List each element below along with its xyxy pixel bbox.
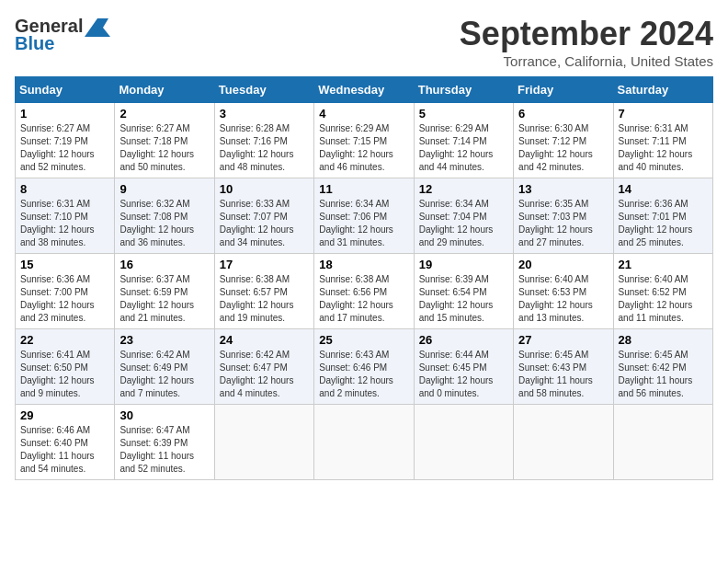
day-number: 5 [419,107,508,121]
day-number: 18 [319,258,408,271]
daylight-info: Daylight: 12 hours and 9 minutes. [20,375,95,398]
sunset-info: Sunset: 6:57 PM [220,287,288,297]
calendar-cell [514,405,613,480]
calendar-cell: 25 Sunrise: 6:43 AM Sunset: 6:46 PM Dayl… [314,329,414,405]
sunrise-info: Sunrise: 6:45 AM [518,350,588,360]
sunset-info: Sunset: 7:03 PM [518,212,586,222]
day-number: 7 [619,107,708,121]
sunset-info: Sunset: 7:16 PM [220,136,288,146]
calendar-cell: 17 Sunrise: 6:38 AM Sunset: 6:57 PM Dayl… [214,254,313,329]
sunset-info: Sunset: 6:54 PM [419,287,487,297]
sunset-info: Sunset: 6:39 PM [119,438,188,448]
calendar-cell: 29 Sunrise: 6:46 AM Sunset: 6:40 PM Dayl… [16,405,115,480]
calendar-cell: 23 Sunrise: 6:42 AM Sunset: 6:49 PM Dayl… [115,329,214,405]
day-number: 6 [518,107,608,121]
calendar-cell: 21 Sunrise: 6:40 AM Sunset: 6:52 PM Dayl… [613,254,712,329]
sunrise-info: Sunrise: 6:42 AM [119,350,189,360]
calendar-week-row: 8 Sunrise: 6:31 AM Sunset: 7:10 PM Dayli… [16,178,713,254]
sunset-info: Sunset: 6:42 PM [619,362,687,373]
calendar-header-friday: Friday [514,77,613,103]
sunset-info: Sunset: 6:46 PM [319,362,387,373]
daylight-info: Daylight: 12 hours and 44 minutes. [419,149,494,172]
calendar-cell [214,405,313,480]
sunrise-info: Sunrise: 6:37 AM [119,274,189,284]
day-number: 12 [419,182,508,196]
daylight-info: Daylight: 12 hours and 34 minutes. [220,224,294,247]
calendar-header-row: SundayMondayTuesdayWednesdayThursdayFrid… [16,77,713,103]
day-number: 24 [220,333,309,347]
svg-marker-0 [85,18,110,37]
sunset-info: Sunset: 7:19 PM [20,136,88,146]
calendar-cell: 14 Sunrise: 6:36 AM Sunset: 7:01 PM Dayl… [613,178,712,254]
daylight-info: Daylight: 12 hours and 19 minutes. [220,300,294,323]
sunset-info: Sunset: 6:56 PM [319,287,387,297]
daylight-info: Daylight: 12 hours and 31 minutes. [319,224,393,247]
daylight-info: Daylight: 12 hours and 36 minutes. [119,224,194,247]
daylight-info: Daylight: 12 hours and 50 minutes. [119,149,194,172]
calendar-cell: 30 Sunrise: 6:47 AM Sunset: 6:39 PM Dayl… [115,405,214,480]
sunrise-info: Sunrise: 6:43 AM [319,350,389,360]
day-number: 2 [119,107,209,121]
calendar-week-row: 22 Sunrise: 6:41 AM Sunset: 6:50 PM Dayl… [16,329,713,405]
day-number: 22 [20,333,109,347]
daylight-info: Daylight: 12 hours and 7 minutes. [119,375,194,398]
day-number: 16 [119,258,209,271]
sunrise-info: Sunrise: 6:34 AM [419,199,489,209]
daylight-info: Daylight: 12 hours and 23 minutes. [20,300,95,323]
sunrise-info: Sunrise: 6:32 AM [119,199,189,209]
calendar-cell: 2 Sunrise: 6:27 AM Sunset: 7:18 PM Dayli… [115,103,214,178]
sunrise-info: Sunrise: 6:46 AM [20,425,90,435]
sunset-info: Sunset: 6:45 PM [419,362,487,373]
calendar-week-row: 29 Sunrise: 6:46 AM Sunset: 6:40 PM Dayl… [16,405,713,480]
day-number: 14 [619,182,708,196]
daylight-info: Daylight: 12 hours and 48 minutes. [220,149,294,172]
daylight-info: Daylight: 12 hours and 15 minutes. [419,300,494,323]
page-header: General Blue September 2024 Torrance, Ca… [15,15,713,69]
daylight-info: Daylight: 11 hours and 54 minutes. [20,451,95,474]
sunrise-info: Sunrise: 6:33 AM [220,199,290,209]
sunset-info: Sunset: 6:49 PM [119,362,188,373]
day-number: 4 [319,107,408,121]
calendar-cell: 18 Sunrise: 6:38 AM Sunset: 6:56 PM Dayl… [314,254,414,329]
calendar-cell: 13 Sunrise: 6:35 AM Sunset: 7:03 PM Dayl… [514,178,613,254]
day-number: 19 [419,258,508,271]
calendar-cell [314,405,414,480]
calendar-table: SundayMondayTuesdayWednesdayThursdayFrid… [15,76,713,480]
sunset-info: Sunset: 7:12 PM [518,136,586,146]
sunrise-info: Sunrise: 6:40 AM [518,274,588,284]
day-number: 23 [119,333,209,347]
sunset-info: Sunset: 7:11 PM [619,136,687,146]
daylight-info: Daylight: 11 hours and 56 minutes. [619,375,693,398]
sunset-info: Sunset: 6:40 PM [20,438,88,448]
sunrise-info: Sunrise: 6:42 AM [220,350,290,360]
sunrise-info: Sunrise: 6:27 AM [20,123,90,133]
calendar-cell: 6 Sunrise: 6:30 AM Sunset: 7:12 PM Dayli… [514,103,613,178]
calendar-header-monday: Monday [115,77,214,103]
sunrise-info: Sunrise: 6:39 AM [419,274,489,284]
day-number: 8 [20,182,109,196]
sunrise-info: Sunrise: 6:41 AM [20,350,90,360]
calendar-cell: 26 Sunrise: 6:44 AM Sunset: 6:45 PM Dayl… [414,329,513,405]
sunrise-info: Sunrise: 6:29 AM [319,123,389,133]
daylight-info: Daylight: 12 hours and 46 minutes. [319,149,393,172]
sunrise-info: Sunrise: 6:31 AM [20,199,90,209]
calendar-cell: 1 Sunrise: 6:27 AM Sunset: 7:19 PM Dayli… [16,103,115,178]
day-number: 30 [119,408,209,422]
sunset-info: Sunset: 7:15 PM [319,136,387,146]
day-number: 13 [518,182,608,196]
calendar-cell: 20 Sunrise: 6:40 AM Sunset: 6:53 PM Dayl… [514,254,613,329]
calendar-cell: 7 Sunrise: 6:31 AM Sunset: 7:11 PM Dayli… [613,103,712,178]
day-number: 11 [319,182,408,196]
calendar-cell: 12 Sunrise: 6:34 AM Sunset: 7:04 PM Dayl… [414,178,513,254]
logo: General Blue [15,15,110,54]
calendar-cell: 4 Sunrise: 6:29 AM Sunset: 7:15 PM Dayli… [314,103,414,178]
calendar-cell: 27 Sunrise: 6:45 AM Sunset: 6:43 PM Dayl… [514,329,613,405]
daylight-info: Daylight: 11 hours and 58 minutes. [518,375,593,398]
day-number: 27 [518,333,608,347]
daylight-info: Daylight: 12 hours and 2 minutes. [319,375,393,398]
daylight-info: Daylight: 12 hours and 25 minutes. [619,224,693,247]
sunrise-info: Sunrise: 6:47 AM [119,425,189,435]
sunset-info: Sunset: 7:18 PM [119,136,188,146]
sunset-info: Sunset: 7:14 PM [419,136,487,146]
calendar-cell [414,405,513,480]
